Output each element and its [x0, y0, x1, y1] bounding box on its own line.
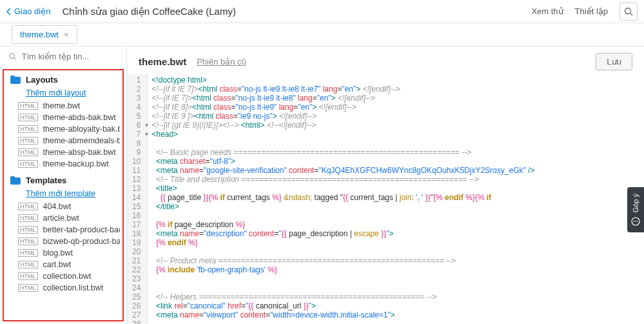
editor-header: theme.bwt Phiên bản cũ Lưu [127, 46, 644, 74]
file-item[interactable]: HTMLtheme-backup.bwt [6, 158, 120, 170]
file-name: cart.bwt [43, 260, 72, 269]
svg-line-1 [630, 13, 633, 15]
file-item[interactable]: HTMLtheme.bwt [6, 100, 120, 112]
file-item[interactable]: HTMLtheme-abmemdeals-bak [6, 135, 120, 147]
layouts-file-list: HTMLtheme.bwtHTMLtheme-abds-bak.bwtHTMLt… [6, 100, 120, 170]
file-item[interactable]: HTMLtheme-abds-bak.bwt [6, 112, 120, 123]
folder-icon [10, 76, 21, 84]
file-name: 404.bwt [43, 202, 72, 211]
file-name: bizweb-qb-product-bac [43, 237, 121, 246]
file-name: better-tab-product-back [43, 225, 121, 234]
group-label: Layouts [26, 75, 58, 85]
layouts-header[interactable]: Layouts [6, 73, 120, 86]
folder-icon [10, 176, 21, 185]
file-item[interactable]: HTMLtheme-abloyalty-bak.bwt [6, 123, 120, 135]
svg-line-3 [14, 58, 16, 60]
file-icon: HTML [18, 148, 38, 156]
back-link[interactable]: Giao diện [6, 6, 50, 16]
version-link[interactable]: Phiên bản cũ [197, 57, 246, 66]
file-item[interactable]: HTMLblog.bwt [6, 247, 120, 259]
templates-group: Templates Thêm mới template HTML404.bwtH… [6, 174, 120, 294]
file-icon: HTML [18, 137, 38, 145]
layouts-group: Layouts Thêm mới layout HTMLtheme.bwtHTM… [6, 73, 120, 170]
svg-point-6 [635, 221, 636, 222]
file-name: theme-abds-bak.bwt [43, 113, 116, 122]
file-item[interactable]: HTMLarticle.bwt [6, 212, 120, 224]
file-name: theme-absp-bak.bwt [43, 148, 116, 157]
file-icon: HTML [18, 261, 38, 268]
editor-filename: theme.bwt [139, 56, 186, 67]
feedback-label: Góp ý [632, 194, 639, 212]
file-icon: HTML [18, 238, 38, 245]
file-icon: HTML [18, 272, 38, 280]
file-icon: HTML [18, 102, 38, 110]
sidebar: Layouts Thêm mới layout HTMLtheme.bwtHTM… [0, 46, 127, 324]
editor-pane: theme.bwt Phiên bản cũ Lưu 12345▾6▾78910… [127, 46, 644, 324]
file-item[interactable]: HTMLcollection.bwt [6, 270, 120, 282]
file-item[interactable]: HTMLbetter-tab-product-back [6, 224, 120, 236]
search-icon [9, 52, 16, 61]
chat-icon [631, 217, 640, 226]
file-item[interactable]: HTML404.bwt [6, 201, 120, 212]
preview-link[interactable]: Xem thử [531, 6, 563, 16]
file-tab[interactable]: theme.bwt × [12, 25, 77, 44]
file-icon: HTML [18, 226, 38, 234]
back-label: Giao diện [14, 6, 50, 16]
settings-link[interactable]: Thiết lập [575, 6, 608, 16]
page-title: Chỉnh sửa giao diện CoffeeCake (Lamy) [62, 6, 236, 17]
svg-point-0 [625, 8, 631, 14]
file-name: theme-backup.bwt [43, 159, 109, 168]
search-button[interactable] [620, 3, 638, 21]
file-item[interactable]: HTMLbizweb-qb-product-bac [6, 236, 120, 247]
top-actions: Xem thử Thiết lập [531, 3, 638, 21]
chevron-left-icon [6, 8, 12, 15]
file-name: blog.bwt [43, 248, 73, 258]
file-icon: HTML [18, 249, 38, 257]
file-name: theme-abmemdeals-bak [43, 136, 121, 145]
file-name: article.bwt [43, 214, 79, 223]
file-search[interactable] [0, 46, 126, 66]
file-icon: HTML [18, 284, 38, 292]
svg-point-2 [10, 54, 14, 58]
main: Layouts Thêm mới layout HTMLtheme.bwtHTM… [0, 46, 644, 324]
line-gutter: 12345▾6▾78910111213141516171819202122232… [127, 74, 148, 324]
top-bar: Giao diện Chỉnh sửa giao diện CoffeeCake… [0, 0, 644, 23]
search-icon [624, 7, 633, 16]
search-input[interactable] [21, 52, 117, 61]
file-icon: HTML [18, 125, 38, 133]
templates-file-list: HTML404.bwtHTMLarticle.bwtHTMLbetter-tab… [6, 201, 120, 294]
svg-point-7 [637, 221, 638, 222]
file-name: theme-abloyalty-bak.bwt [43, 125, 121, 134]
file-name: theme.bwt [43, 101, 81, 110]
templates-header[interactable]: Templates [6, 174, 120, 187]
group-label: Templates [26, 176, 66, 185]
file-name: collection.list.bwt [43, 283, 104, 292]
file-item[interactable]: HTMLcart.bwt [6, 259, 120, 270]
svg-point-5 [634, 221, 635, 222]
code-content[interactable]: <!doctype html><!--[if lt IE 7]><html cl… [148, 74, 538, 324]
add-layout[interactable]: Thêm mới layout [6, 86, 120, 100]
close-icon[interactable]: × [64, 30, 69, 39]
tabs-row: theme.bwt × [0, 23, 644, 46]
file-icon: HTML [18, 214, 38, 222]
code-editor[interactable]: 12345▾6▾78910111213141516171819202122232… [127, 74, 644, 324]
file-icon: HTML [18, 203, 38, 210]
feedback-tab[interactable]: Góp ý [627, 187, 644, 232]
file-tree: Layouts Thêm mới layout HTMLtheme.bwtHTM… [3, 69, 124, 321]
file-name: collection.bwt [43, 272, 92, 281]
save-button[interactable]: Lưu [596, 53, 632, 70]
file-icon: HTML [18, 114, 38, 121]
file-item[interactable]: HTMLcollection.list.bwt [6, 282, 120, 294]
tab-label: theme.bwt [20, 30, 59, 39]
file-item[interactable]: HTMLtheme-absp-bak.bwt [6, 147, 120, 158]
add-template[interactable]: Thêm mới template [6, 187, 120, 201]
file-icon: HTML [18, 160, 38, 168]
